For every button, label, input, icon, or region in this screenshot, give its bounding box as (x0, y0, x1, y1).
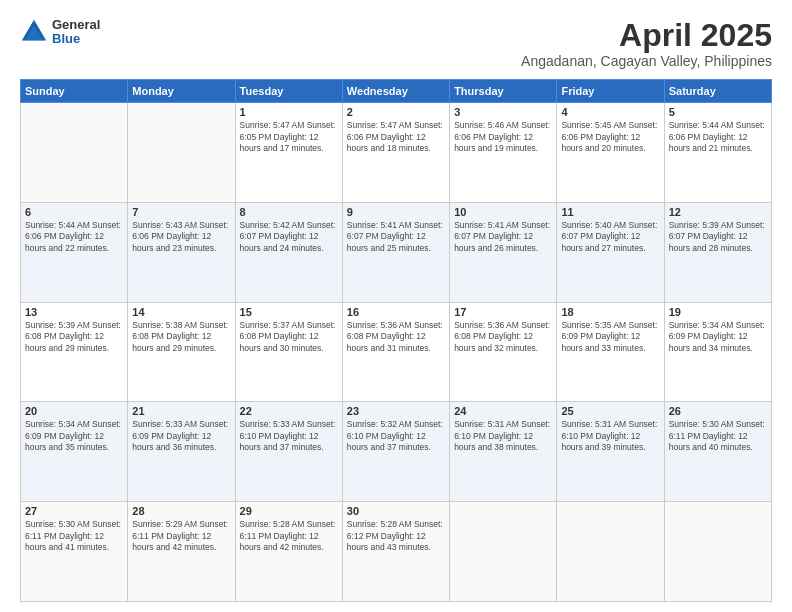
logo-blue-text: Blue (52, 32, 100, 46)
day-number: 14 (132, 306, 230, 318)
day-info: Sunrise: 5:44 AM Sunset: 6:06 PM Dayligh… (669, 120, 767, 154)
location-title: Angadanan, Cagayan Valley, Philippines (521, 53, 772, 69)
day-number: 18 (561, 306, 659, 318)
day-number: 16 (347, 306, 445, 318)
day-info: Sunrise: 5:37 AM Sunset: 6:08 PM Dayligh… (240, 320, 338, 354)
day-number: 4 (561, 106, 659, 118)
table-row: 3Sunrise: 5:46 AM Sunset: 6:06 PM Daylig… (450, 103, 557, 203)
day-info: Sunrise: 5:39 AM Sunset: 6:08 PM Dayligh… (25, 320, 123, 354)
day-info: Sunrise: 5:46 AM Sunset: 6:06 PM Dayligh… (454, 120, 552, 154)
day-info: Sunrise: 5:39 AM Sunset: 6:07 PM Dayligh… (669, 220, 767, 254)
col-friday: Friday (557, 80, 664, 103)
col-monday: Monday (128, 80, 235, 103)
day-info: Sunrise: 5:33 AM Sunset: 6:09 PM Dayligh… (132, 419, 230, 453)
table-row: 21Sunrise: 5:33 AM Sunset: 6:09 PM Dayli… (128, 402, 235, 502)
table-row: 17Sunrise: 5:36 AM Sunset: 6:08 PM Dayli… (450, 302, 557, 402)
table-row: 6Sunrise: 5:44 AM Sunset: 6:06 PM Daylig… (21, 202, 128, 302)
table-row: 23Sunrise: 5:32 AM Sunset: 6:10 PM Dayli… (342, 402, 449, 502)
day-info: Sunrise: 5:30 AM Sunset: 6:11 PM Dayligh… (25, 519, 123, 553)
day-info: Sunrise: 5:28 AM Sunset: 6:11 PM Dayligh… (240, 519, 338, 553)
month-title: April 2025 (521, 18, 772, 53)
day-number: 17 (454, 306, 552, 318)
table-row: 2Sunrise: 5:47 AM Sunset: 6:06 PM Daylig… (342, 103, 449, 203)
day-info: Sunrise: 5:44 AM Sunset: 6:06 PM Dayligh… (25, 220, 123, 254)
day-info: Sunrise: 5:47 AM Sunset: 6:06 PM Dayligh… (347, 120, 445, 154)
day-info: Sunrise: 5:43 AM Sunset: 6:06 PM Dayligh… (132, 220, 230, 254)
col-saturday: Saturday (664, 80, 771, 103)
table-row: 27Sunrise: 5:30 AM Sunset: 6:11 PM Dayli… (21, 502, 128, 602)
day-number: 8 (240, 206, 338, 218)
calendar-table: Sunday Monday Tuesday Wednesday Thursday… (20, 79, 772, 602)
table-row: 20Sunrise: 5:34 AM Sunset: 6:09 PM Dayli… (21, 402, 128, 502)
calendar-header-row: Sunday Monday Tuesday Wednesday Thursday… (21, 80, 772, 103)
table-row (450, 502, 557, 602)
day-info: Sunrise: 5:38 AM Sunset: 6:08 PM Dayligh… (132, 320, 230, 354)
table-row: 8Sunrise: 5:42 AM Sunset: 6:07 PM Daylig… (235, 202, 342, 302)
col-tuesday: Tuesday (235, 80, 342, 103)
table-row (128, 103, 235, 203)
day-number: 28 (132, 505, 230, 517)
calendar-week-row: 6Sunrise: 5:44 AM Sunset: 6:06 PM Daylig… (21, 202, 772, 302)
day-info: Sunrise: 5:28 AM Sunset: 6:12 PM Dayligh… (347, 519, 445, 553)
table-row: 24Sunrise: 5:31 AM Sunset: 6:10 PM Dayli… (450, 402, 557, 502)
table-row: 13Sunrise: 5:39 AM Sunset: 6:08 PM Dayli… (21, 302, 128, 402)
day-number: 24 (454, 405, 552, 417)
day-info: Sunrise: 5:45 AM Sunset: 6:06 PM Dayligh… (561, 120, 659, 154)
logo-general-text: General (52, 18, 100, 32)
day-number: 13 (25, 306, 123, 318)
table-row: 19Sunrise: 5:34 AM Sunset: 6:09 PM Dayli… (664, 302, 771, 402)
day-info: Sunrise: 5:29 AM Sunset: 6:11 PM Dayligh… (132, 519, 230, 553)
logo-text: General Blue (52, 18, 100, 47)
day-number: 22 (240, 405, 338, 417)
calendar-week-row: 1Sunrise: 5:47 AM Sunset: 6:05 PM Daylig… (21, 103, 772, 203)
header: General Blue April 2025 Angadanan, Cagay… (20, 18, 772, 69)
day-info: Sunrise: 5:42 AM Sunset: 6:07 PM Dayligh… (240, 220, 338, 254)
table-row: 28Sunrise: 5:29 AM Sunset: 6:11 PM Dayli… (128, 502, 235, 602)
day-info: Sunrise: 5:40 AM Sunset: 6:07 PM Dayligh… (561, 220, 659, 254)
table-row: 10Sunrise: 5:41 AM Sunset: 6:07 PM Dayli… (450, 202, 557, 302)
day-number: 6 (25, 206, 123, 218)
day-info: Sunrise: 5:35 AM Sunset: 6:09 PM Dayligh… (561, 320, 659, 354)
day-info: Sunrise: 5:31 AM Sunset: 6:10 PM Dayligh… (561, 419, 659, 453)
day-number: 9 (347, 206, 445, 218)
day-info: Sunrise: 5:32 AM Sunset: 6:10 PM Dayligh… (347, 419, 445, 453)
day-info: Sunrise: 5:30 AM Sunset: 6:11 PM Dayligh… (669, 419, 767, 453)
col-sunday: Sunday (21, 80, 128, 103)
day-info: Sunrise: 5:41 AM Sunset: 6:07 PM Dayligh… (454, 220, 552, 254)
day-number: 25 (561, 405, 659, 417)
table-row (21, 103, 128, 203)
calendar-week-row: 13Sunrise: 5:39 AM Sunset: 6:08 PM Dayli… (21, 302, 772, 402)
day-number: 19 (669, 306, 767, 318)
calendar-week-row: 20Sunrise: 5:34 AM Sunset: 6:09 PM Dayli… (21, 402, 772, 502)
day-number: 7 (132, 206, 230, 218)
day-info: Sunrise: 5:34 AM Sunset: 6:09 PM Dayligh… (669, 320, 767, 354)
day-number: 12 (669, 206, 767, 218)
day-number: 29 (240, 505, 338, 517)
table-row: 22Sunrise: 5:33 AM Sunset: 6:10 PM Dayli… (235, 402, 342, 502)
day-number: 3 (454, 106, 552, 118)
day-info: Sunrise: 5:31 AM Sunset: 6:10 PM Dayligh… (454, 419, 552, 453)
day-info: Sunrise: 5:33 AM Sunset: 6:10 PM Dayligh… (240, 419, 338, 453)
table-row: 30Sunrise: 5:28 AM Sunset: 6:12 PM Dayli… (342, 502, 449, 602)
col-thursday: Thursday (450, 80, 557, 103)
table-row: 29Sunrise: 5:28 AM Sunset: 6:11 PM Dayli… (235, 502, 342, 602)
table-row: 11Sunrise: 5:40 AM Sunset: 6:07 PM Dayli… (557, 202, 664, 302)
day-number: 21 (132, 405, 230, 417)
table-row: 5Sunrise: 5:44 AM Sunset: 6:06 PM Daylig… (664, 103, 771, 203)
table-row: 7Sunrise: 5:43 AM Sunset: 6:06 PM Daylig… (128, 202, 235, 302)
day-number: 30 (347, 505, 445, 517)
day-number: 1 (240, 106, 338, 118)
logo-icon (20, 18, 48, 46)
day-number: 20 (25, 405, 123, 417)
table-row: 18Sunrise: 5:35 AM Sunset: 6:09 PM Dayli… (557, 302, 664, 402)
col-wednesday: Wednesday (342, 80, 449, 103)
day-info: Sunrise: 5:34 AM Sunset: 6:09 PM Dayligh… (25, 419, 123, 453)
day-number: 23 (347, 405, 445, 417)
table-row: 4Sunrise: 5:45 AM Sunset: 6:06 PM Daylig… (557, 103, 664, 203)
calendar-week-row: 27Sunrise: 5:30 AM Sunset: 6:11 PM Dayli… (21, 502, 772, 602)
page: General Blue April 2025 Angadanan, Cagay… (0, 0, 792, 612)
day-number: 27 (25, 505, 123, 517)
table-row: 26Sunrise: 5:30 AM Sunset: 6:11 PM Dayli… (664, 402, 771, 502)
day-number: 15 (240, 306, 338, 318)
day-info: Sunrise: 5:41 AM Sunset: 6:07 PM Dayligh… (347, 220, 445, 254)
